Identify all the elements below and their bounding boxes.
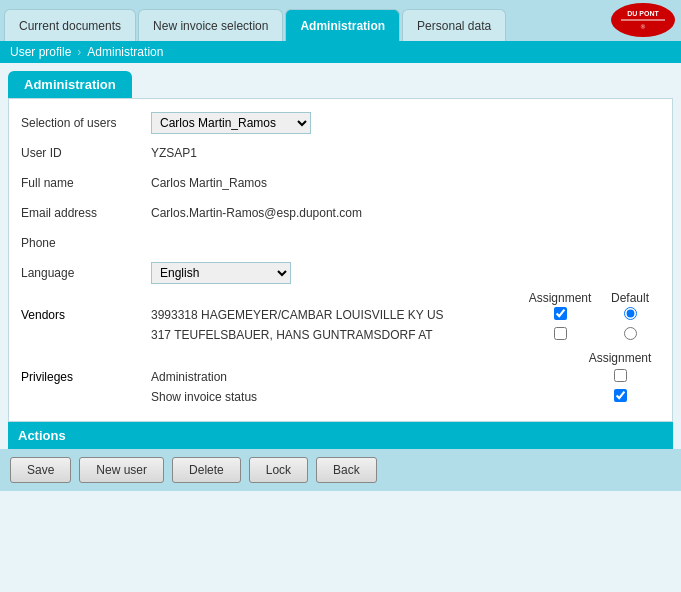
vendor-2-default-radio[interactable] (624, 327, 637, 340)
vendor-1-assign-checkbox[interactable] (554, 307, 567, 320)
vendor-2-default (600, 327, 660, 343)
vendor-1-default-radio[interactable] (624, 307, 637, 320)
vendor-1-assignment (520, 307, 600, 323)
actions-label: Actions (18, 428, 66, 443)
back-button[interactable]: Back (316, 457, 377, 483)
vendor-1-name: 3993318 HAGEMEYER/CAMBAR LOUISVILLE KY U… (151, 308, 520, 322)
vendors-header: Assignment Default (21, 291, 660, 305)
privileges-label: Privileges (21, 370, 151, 384)
language-dropdown[interactable]: English (151, 262, 291, 284)
vendors-assignment-header: Assignment (520, 291, 600, 305)
priv-1-assignment (580, 369, 660, 385)
vendor-2-assignment (520, 327, 600, 343)
actions-bar: Actions (8, 422, 673, 449)
priv-2-assign-checkbox[interactable] (614, 389, 627, 402)
fullname-label: Full name (21, 176, 151, 190)
selection-dropdown-wrapper: Carlos Martin_Ramos (151, 112, 660, 134)
privileges-header: Assignment (21, 351, 660, 365)
vendors-label: Vendors (21, 308, 151, 322)
tab-administration[interactable]: Administration (285, 9, 400, 41)
userid-row: User ID YZSAP1 (21, 141, 660, 165)
priv-assignment-header: Assignment (580, 351, 660, 365)
vendor-2-assign-checkbox[interactable] (554, 327, 567, 340)
section-tabs-area: Administration (0, 63, 681, 98)
breadcrumb-separator: › (77, 45, 81, 59)
userid-label: User ID (21, 146, 151, 160)
breadcrumb-part2: Administration (87, 45, 163, 59)
priv-2-name: Show invoice status (151, 390, 580, 404)
selection-dropdown[interactable]: Carlos Martin_Ramos (151, 112, 311, 134)
priv-row-2: Show invoice status (21, 389, 660, 405)
fullname-row: Full name Carlos Martin_Ramos (21, 171, 660, 195)
phone-label: Phone (21, 236, 151, 250)
vendors-default-header: Default (600, 291, 660, 305)
breadcrumb: User profile › Administration (0, 41, 681, 63)
vendors-section: Assignment Default Vendors 3993318 HAGEM… (21, 291, 660, 405)
svg-text:DU PONT: DU PONT (627, 10, 659, 17)
fullname-value: Carlos Martin_Ramos (151, 176, 660, 190)
main-content: Selection of users Carlos Martin_Ramos U… (8, 98, 673, 422)
dupont-logo: DU PONT ® (609, 2, 677, 38)
email-value: Carlos.Martin-Ramos@esp.dupont.com (151, 206, 660, 220)
priv-1-assign-checkbox[interactable] (614, 369, 627, 382)
vendor-1-default (600, 307, 660, 323)
priv-1-name: Administration (151, 370, 580, 384)
phone-row: Phone (21, 231, 660, 255)
tab-personal-data[interactable]: Personal data (402, 9, 506, 41)
top-nav: Current documents New invoice selection … (0, 0, 681, 41)
email-row: Email address Carlos.Martin-Ramos@esp.du… (21, 201, 660, 225)
priv-row-1: Privileges Administration (21, 369, 660, 385)
email-label: Email address (21, 206, 151, 220)
language-label: Language (21, 266, 151, 280)
tab-new-invoice-selection[interactable]: New invoice selection (138, 9, 283, 41)
section-tab-administration[interactable]: Administration (8, 71, 132, 98)
vendor-row-1: Vendors 3993318 HAGEMEYER/CAMBAR LOUISVI… (21, 307, 660, 323)
language-row: Language English (21, 261, 660, 285)
selection-label: Selection of users (21, 116, 151, 130)
vendor-2-name: 317 TEUFELSBAUER, HANS GUNTRAMSDORF AT (151, 328, 520, 342)
priv-2-assignment (580, 389, 660, 405)
selection-row: Selection of users Carlos Martin_Ramos (21, 111, 660, 135)
new-user-button[interactable]: New user (79, 457, 164, 483)
bottom-buttons: Save New user Delete Lock Back (0, 449, 681, 491)
vendor-row-2: 317 TEUFELSBAUER, HANS GUNTRAMSDORF AT (21, 327, 660, 343)
breadcrumb-part1: User profile (10, 45, 71, 59)
save-button[interactable]: Save (10, 457, 71, 483)
tab-current-documents[interactable]: Current documents (4, 9, 136, 41)
delete-button[interactable]: Delete (172, 457, 241, 483)
svg-text:®: ® (641, 24, 646, 30)
language-select-wrapper: English (151, 262, 660, 284)
lock-button[interactable]: Lock (249, 457, 308, 483)
userid-value: YZSAP1 (151, 146, 660, 160)
